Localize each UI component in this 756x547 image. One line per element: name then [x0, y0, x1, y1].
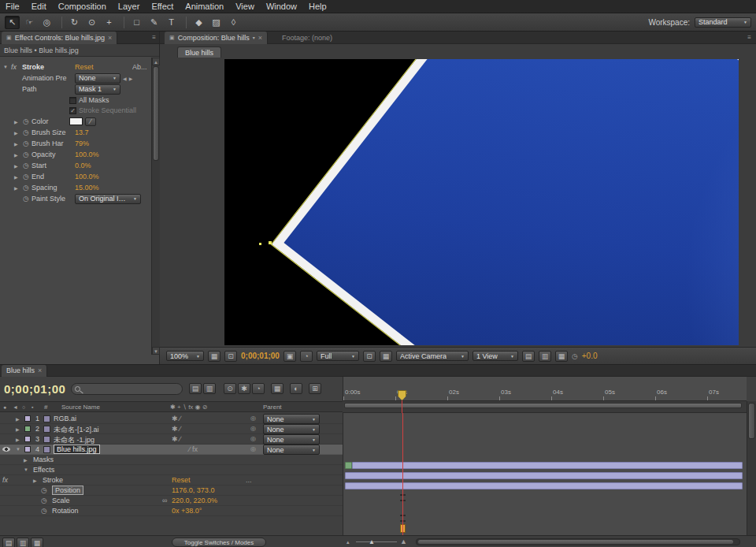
current-time-display[interactable]: 0;00;01;00 — [241, 352, 280, 360]
layer-switches[interactable]: ∕ fx — [189, 445, 198, 453]
parent-select[interactable]: None▼ — [263, 414, 320, 424]
tab-timeline-blue-hills[interactable]: Blue hills × — [2, 365, 47, 377]
view-tab-blue-hills[interactable]: Blue hills — [177, 47, 221, 58]
chevron-right-icon[interactable]: ▶ — [14, 119, 18, 125]
resolution-select[interactable]: Full▼ — [317, 351, 359, 361]
exposure-value[interactable]: +0.0 — [582, 352, 598, 360]
tab-effect-controls[interactable]: ▣ Effect Controls: Blue hills.jpg × — [2, 32, 117, 44]
current-time-field[interactable]: 0;00;01;00 — [4, 382, 65, 396]
layer-row[interactable]: ▶ 2 未命名-[1-2].ai ✱ ∕ ◎ None▼ — [0, 424, 343, 434]
scroll-down-icon[interactable]: ▼ — [152, 347, 160, 355]
chevron-right-icon[interactable]: ▶ — [16, 426, 20, 432]
stopwatch-icon[interactable]: ◷ — [23, 173, 29, 180]
reset-link[interactable]: Reset — [172, 476, 191, 484]
property-value[interactable]: 0.0% — [75, 162, 91, 169]
eyedropper-icon[interactable]: ∕ — [85, 117, 96, 126]
group-label[interactable]: Masks — [33, 456, 54, 463]
draft-3d-icon[interactable]: ⊙ — [224, 383, 236, 394]
layer-name-edit-field[interactable]: Blue hills.jpg — [54, 445, 100, 454]
close-icon[interactable]: × — [38, 367, 42, 374]
stopwatch-icon[interactable]: ◷ — [23, 151, 29, 158]
position-value[interactable]: 1176.0, 373.0 — [172, 486, 214, 494]
stopwatch-icon[interactable]: ◷ — [41, 507, 47, 515]
zoom-in-mountain-icon[interactable]: ▲ — [400, 538, 407, 545]
tab-composition[interactable]: ▣ Composition: Blue hills ▾ × — [165, 32, 268, 44]
layer-switches[interactable]: ✱ ∕ — [172, 435, 181, 443]
column-source-name[interactable]: Source Name — [61, 404, 100, 411]
motion-blur-icon[interactable]: ▦ — [271, 383, 284, 394]
chevron-right-icon[interactable]: ▶ — [16, 416, 20, 422]
layer-color-swatch[interactable] — [24, 426, 31, 432]
effect-row-stroke[interactable]: fx ▶ Stroke Reset ... — [0, 475, 343, 486]
property-value[interactable]: 100.0% — [75, 151, 99, 158]
layer-row-selected[interactable]: ▼ 4 Blue hills.jpg ∕ fx ◎ None▼ — [0, 445, 343, 455]
layer-color-swatch[interactable] — [24, 446, 31, 452]
text-tool-icon[interactable]: T — [164, 16, 179, 29]
eraser-tool-icon[interactable]: ◊ — [226, 16, 241, 29]
chevron-down-icon[interactable]: ▼ — [3, 65, 8, 69]
chevron-right-icon[interactable]: ▶ — [14, 185, 18, 191]
all-masks-checkbox[interactable] — [69, 97, 76, 104]
chevron-right-icon[interactable]: ▶ — [14, 163, 18, 169]
close-icon[interactable]: × — [258, 34, 262, 42]
rotated-image-layer[interactable] — [272, 59, 739, 345]
zoom-out-mountain-icon[interactable]: ▴ — [346, 539, 350, 545]
mask-vertex-handle[interactable] — [269, 241, 272, 244]
color-swatch[interactable] — [69, 117, 83, 125]
chevron-right-icon[interactable]: ▶ — [14, 130, 18, 136]
ec-scrollbar[interactable]: ▲ ▼ — [151, 58, 160, 355]
frame-blend-icon[interactable]: ◔ — [252, 383, 265, 394]
hand-tool-icon[interactable]: ☞ — [22, 16, 37, 29]
menu-help[interactable]: Help — [309, 2, 327, 11]
search-box[interactable] — [71, 383, 183, 395]
graph-editor-icon[interactable]: ⊞ — [309, 383, 321, 394]
chevron-right-icon[interactable]: ▶ — [16, 437, 20, 442]
animation-preset-select[interactable]: None▼ — [75, 73, 120, 84]
layer-duration-bar[interactable] — [352, 462, 743, 469]
pixel-aspect-icon[interactable]: ▤ — [522, 351, 535, 362]
timeline-button-icon[interactable]: ▦ — [555, 351, 568, 362]
next-preset-icon[interactable]: ▶ — [129, 76, 133, 81]
brush-tool-icon[interactable]: ◆ — [191, 16, 206, 29]
chevron-right-icon[interactable]: ▶ — [14, 174, 18, 180]
menu-animation[interactable]: Animation — [185, 2, 224, 11]
menu-window[interactable]: Window — [266, 2, 297, 11]
zoom-slider-handle[interactable]: ▲ — [369, 538, 375, 545]
chevron-right-icon[interactable]: ▶ — [33, 478, 37, 483]
layer-color-swatch[interactable] — [24, 415, 31, 422]
layer-row[interactable]: ▶ 3 未命名 -1.jpg ✱ ∕ ◎ None▼ — [0, 434, 343, 445]
magnification-select[interactable]: 100%▼ — [166, 351, 204, 361]
mask-vertex-handle[interactable] — [259, 243, 261, 245]
stopwatch-icon[interactable]: ◷ — [23, 140, 29, 147]
parent-select[interactable]: None▼ — [263, 434, 320, 445]
close-icon[interactable]: × — [108, 34, 112, 42]
eye-icon[interactable] — [2, 447, 10, 452]
menu-view[interactable]: View — [235, 2, 254, 11]
clone-stamp-tool-icon[interactable]: ▨ — [209, 16, 224, 29]
flowchart-icon[interactable]: ▥ — [203, 383, 216, 394]
toggle-switches-modes-button[interactable]: Toggle Switches / Modes — [172, 538, 266, 547]
menu-edit[interactable]: Edit — [32, 2, 46, 11]
property-row-rotation[interactable]: ◷ Rotation 0x +38.0° — [0, 506, 343, 516]
group-row-masks[interactable]: ▶ Masks — [0, 455, 343, 465]
brainstorm-icon[interactable]: ◐ — [290, 383, 302, 394]
composition-viewer[interactable] — [224, 59, 739, 345]
scroll-up-icon[interactable]: ▲ — [152, 58, 160, 65]
region-icon[interactable]: ⊡ — [363, 351, 376, 362]
stopwatch-icon[interactable]: ◷ — [23, 128, 29, 136]
scale-value[interactable]: 220.0, 220.0% — [172, 497, 217, 504]
hide-shy-layers-icon[interactable]: ✱ — [238, 383, 250, 394]
column-parent[interactable]: Parent — [263, 404, 282, 411]
group-label[interactable]: Effects — [33, 466, 54, 474]
camera-tool-icon[interactable]: ⊙ — [84, 16, 99, 29]
search-input[interactable] — [86, 385, 172, 393]
snapshot-icon[interactable]: ▣ — [284, 351, 296, 362]
stopwatch-icon[interactable]: ◷ — [23, 117, 29, 125]
property-label[interactable]: Scale — [52, 497, 70, 504]
column-number[interactable]: # — [44, 404, 47, 411]
property-value[interactable]: 15.00% — [75, 184, 99, 192]
property-label-selected[interactable]: Position — [52, 486, 83, 495]
expand-in-out-icon[interactable]: ▦ — [31, 538, 43, 547]
options-ellipsis[interactable]: ... — [246, 476, 252, 484]
expand-layer-switches-icon[interactable]: ▤ — [2, 538, 15, 547]
